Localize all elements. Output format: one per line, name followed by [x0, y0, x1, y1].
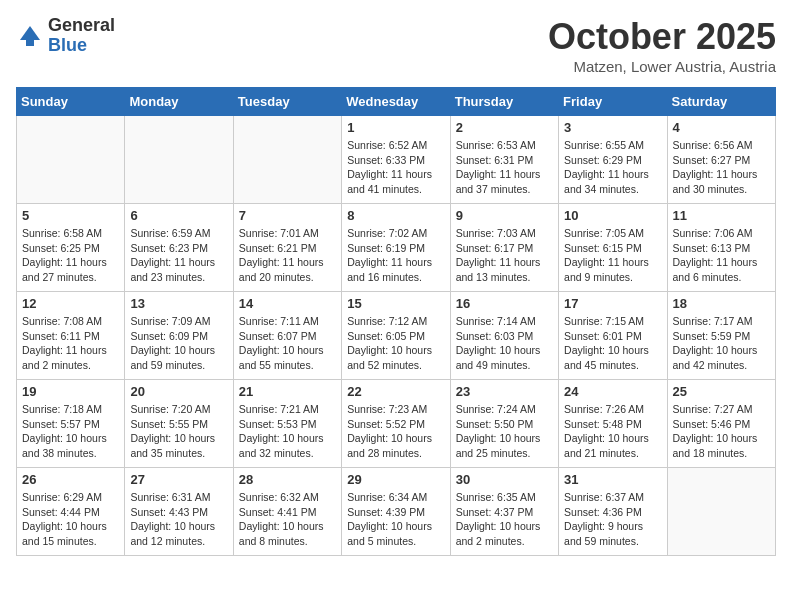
calendar-cell: [17, 116, 125, 204]
calendar-cell: 29Sunrise: 6:34 AM Sunset: 4:39 PM Dayli…: [342, 468, 450, 556]
day-info: Sunrise: 6:31 AM Sunset: 4:43 PM Dayligh…: [130, 490, 227, 549]
calendar-cell: 6Sunrise: 6:59 AM Sunset: 6:23 PM Daylig…: [125, 204, 233, 292]
day-number: 8: [347, 208, 444, 223]
day-info: Sunrise: 7:06 AM Sunset: 6:13 PM Dayligh…: [673, 226, 770, 285]
week-row-1: 1Sunrise: 6:52 AM Sunset: 6:33 PM Daylig…: [17, 116, 776, 204]
calendar-cell: 30Sunrise: 6:35 AM Sunset: 4:37 PM Dayli…: [450, 468, 558, 556]
svg-marker-0: [20, 26, 40, 40]
calendar-cell: 5Sunrise: 6:58 AM Sunset: 6:25 PM Daylig…: [17, 204, 125, 292]
calendar-cell: 27Sunrise: 6:31 AM Sunset: 4:43 PM Dayli…: [125, 468, 233, 556]
calendar-cell: 9Sunrise: 7:03 AM Sunset: 6:17 PM Daylig…: [450, 204, 558, 292]
day-number: 22: [347, 384, 444, 399]
day-info: Sunrise: 6:29 AM Sunset: 4:44 PM Dayligh…: [22, 490, 119, 549]
day-number: 15: [347, 296, 444, 311]
day-number: 13: [130, 296, 227, 311]
calendar-cell: 13Sunrise: 7:09 AM Sunset: 6:09 PM Dayli…: [125, 292, 233, 380]
weekday-header-sunday: Sunday: [17, 88, 125, 116]
day-number: 30: [456, 472, 553, 487]
day-number: 31: [564, 472, 661, 487]
day-info: Sunrise: 7:02 AM Sunset: 6:19 PM Dayligh…: [347, 226, 444, 285]
calendar-cell: [125, 116, 233, 204]
day-info: Sunrise: 6:37 AM Sunset: 4:36 PM Dayligh…: [564, 490, 661, 549]
day-number: 3: [564, 120, 661, 135]
calendar-cell: 7Sunrise: 7:01 AM Sunset: 6:21 PM Daylig…: [233, 204, 341, 292]
day-info: Sunrise: 7:08 AM Sunset: 6:11 PM Dayligh…: [22, 314, 119, 373]
day-info: Sunrise: 6:56 AM Sunset: 6:27 PM Dayligh…: [673, 138, 770, 197]
month-title: October 2025: [548, 16, 776, 58]
day-number: 16: [456, 296, 553, 311]
weekday-header-thursday: Thursday: [450, 88, 558, 116]
day-number: 6: [130, 208, 227, 223]
day-info: Sunrise: 7:11 AM Sunset: 6:07 PM Dayligh…: [239, 314, 336, 373]
calendar-cell: 4Sunrise: 6:56 AM Sunset: 6:27 PM Daylig…: [667, 116, 775, 204]
day-number: 19: [22, 384, 119, 399]
weekday-header-row: SundayMondayTuesdayWednesdayThursdayFrid…: [17, 88, 776, 116]
calendar-cell: 15Sunrise: 7:12 AM Sunset: 6:05 PM Dayli…: [342, 292, 450, 380]
calendar-cell: [233, 116, 341, 204]
day-number: 28: [239, 472, 336, 487]
day-number: 29: [347, 472, 444, 487]
day-number: 9: [456, 208, 553, 223]
day-info: Sunrise: 7:05 AM Sunset: 6:15 PM Dayligh…: [564, 226, 661, 285]
day-number: 2: [456, 120, 553, 135]
day-info: Sunrise: 7:09 AM Sunset: 6:09 PM Dayligh…: [130, 314, 227, 373]
day-number: 4: [673, 120, 770, 135]
day-number: 27: [130, 472, 227, 487]
logo-blue: Blue: [48, 36, 115, 56]
calendar-cell: 2Sunrise: 6:53 AM Sunset: 6:31 PM Daylig…: [450, 116, 558, 204]
day-info: Sunrise: 7:20 AM Sunset: 5:55 PM Dayligh…: [130, 402, 227, 461]
day-number: 26: [22, 472, 119, 487]
day-info: Sunrise: 7:14 AM Sunset: 6:03 PM Dayligh…: [456, 314, 553, 373]
logo-general: General: [48, 16, 115, 36]
weekday-header-wednesday: Wednesday: [342, 88, 450, 116]
week-row-3: 12Sunrise: 7:08 AM Sunset: 6:11 PM Dayli…: [17, 292, 776, 380]
calendar-cell: [667, 468, 775, 556]
week-row-5: 26Sunrise: 6:29 AM Sunset: 4:44 PM Dayli…: [17, 468, 776, 556]
day-info: Sunrise: 6:59 AM Sunset: 6:23 PM Dayligh…: [130, 226, 227, 285]
calendar-cell: 21Sunrise: 7:21 AM Sunset: 5:53 PM Dayli…: [233, 380, 341, 468]
calendar-cell: 23Sunrise: 7:24 AM Sunset: 5:50 PM Dayli…: [450, 380, 558, 468]
day-number: 5: [22, 208, 119, 223]
day-info: Sunrise: 6:52 AM Sunset: 6:33 PM Dayligh…: [347, 138, 444, 197]
day-info: Sunrise: 6:53 AM Sunset: 6:31 PM Dayligh…: [456, 138, 553, 197]
logo-text: General Blue: [48, 16, 115, 56]
calendar-cell: 28Sunrise: 6:32 AM Sunset: 4:41 PM Dayli…: [233, 468, 341, 556]
day-info: Sunrise: 7:03 AM Sunset: 6:17 PM Dayligh…: [456, 226, 553, 285]
weekday-header-tuesday: Tuesday: [233, 88, 341, 116]
calendar-cell: 12Sunrise: 7:08 AM Sunset: 6:11 PM Dayli…: [17, 292, 125, 380]
calendar-cell: 19Sunrise: 7:18 AM Sunset: 5:57 PM Dayli…: [17, 380, 125, 468]
weekday-header-saturday: Saturday: [667, 88, 775, 116]
day-number: 20: [130, 384, 227, 399]
calendar-cell: 18Sunrise: 7:17 AM Sunset: 5:59 PM Dayli…: [667, 292, 775, 380]
day-info: Sunrise: 7:24 AM Sunset: 5:50 PM Dayligh…: [456, 402, 553, 461]
day-number: 18: [673, 296, 770, 311]
day-info: Sunrise: 6:35 AM Sunset: 4:37 PM Dayligh…: [456, 490, 553, 549]
day-number: 10: [564, 208, 661, 223]
day-info: Sunrise: 6:34 AM Sunset: 4:39 PM Dayligh…: [347, 490, 444, 549]
svg-rect-1: [26, 40, 34, 46]
calendar-cell: 26Sunrise: 6:29 AM Sunset: 4:44 PM Dayli…: [17, 468, 125, 556]
day-info: Sunrise: 7:21 AM Sunset: 5:53 PM Dayligh…: [239, 402, 336, 461]
calendar-cell: 17Sunrise: 7:15 AM Sunset: 6:01 PM Dayli…: [559, 292, 667, 380]
calendar-cell: 3Sunrise: 6:55 AM Sunset: 6:29 PM Daylig…: [559, 116, 667, 204]
location: Matzen, Lower Austria, Austria: [548, 58, 776, 75]
day-number: 21: [239, 384, 336, 399]
calendar-cell: 8Sunrise: 7:02 AM Sunset: 6:19 PM Daylig…: [342, 204, 450, 292]
calendar-cell: 20Sunrise: 7:20 AM Sunset: 5:55 PM Dayli…: [125, 380, 233, 468]
title-area: October 2025 Matzen, Lower Austria, Aust…: [548, 16, 776, 75]
calendar-cell: 1Sunrise: 6:52 AM Sunset: 6:33 PM Daylig…: [342, 116, 450, 204]
day-info: Sunrise: 7:01 AM Sunset: 6:21 PM Dayligh…: [239, 226, 336, 285]
day-info: Sunrise: 7:23 AM Sunset: 5:52 PM Dayligh…: [347, 402, 444, 461]
day-info: Sunrise: 6:32 AM Sunset: 4:41 PM Dayligh…: [239, 490, 336, 549]
day-number: 11: [673, 208, 770, 223]
week-row-2: 5Sunrise: 6:58 AM Sunset: 6:25 PM Daylig…: [17, 204, 776, 292]
day-number: 7: [239, 208, 336, 223]
day-number: 14: [239, 296, 336, 311]
day-info: Sunrise: 7:15 AM Sunset: 6:01 PM Dayligh…: [564, 314, 661, 373]
day-number: 23: [456, 384, 553, 399]
day-number: 1: [347, 120, 444, 135]
calendar-cell: 24Sunrise: 7:26 AM Sunset: 5:48 PM Dayli…: [559, 380, 667, 468]
day-info: Sunrise: 7:12 AM Sunset: 6:05 PM Dayligh…: [347, 314, 444, 373]
day-number: 12: [22, 296, 119, 311]
calendar-cell: 22Sunrise: 7:23 AM Sunset: 5:52 PM Dayli…: [342, 380, 450, 468]
